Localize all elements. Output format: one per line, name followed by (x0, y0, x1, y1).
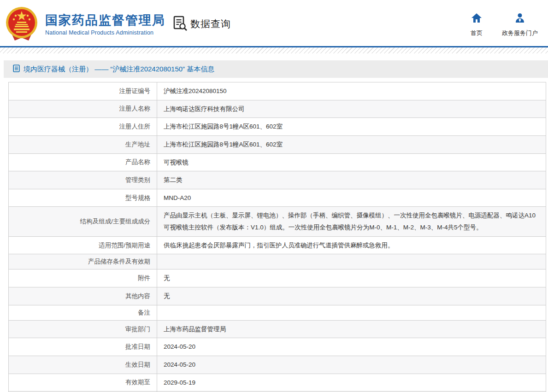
table-row: 产品名称可视喉镜 (9, 153, 546, 171)
table-row: 注册人名称上海鸣诺达医疗科技有限公司 (9, 100, 546, 118)
row-label: 备注 (9, 305, 157, 320)
row-label: 生产地址 (9, 135, 157, 153)
table-row: 型号规格MND-A20 (9, 189, 546, 207)
row-value: 2024-05-20 (157, 338, 546, 356)
registration-info-table: 注册证编号沪械注准20242080150注册人名称上海鸣诺达医疗科技有限公司注册… (8, 82, 546, 392)
row-value: 上海市松江区施园路8号1幢A区601、602室 (157, 118, 546, 136)
title-bar: 境内医疗器械（注册） —— “沪械注准20242080150” 基本信息 (4, 60, 548, 78)
row-label: 其他内容 (9, 287, 157, 305)
row-label: 批准日期 (9, 338, 157, 356)
row-label: 生效日期 (9, 356, 157, 374)
table-row: 备注 (9, 305, 546, 320)
top-nav: 首页 政务服务门户 (471, 13, 538, 37)
table-row: 生效日期2024-05-20 (9, 356, 546, 374)
row-value: 供临床挑起患者会厌部暴露声门，指引医护人员准确进行气道插管供麻醉或急救用。 (157, 236, 546, 254)
nav-gov-portal-label: 政务服务门户 (502, 29, 538, 37)
row-value: 上海市药品监督管理局 (157, 320, 546, 338)
table-row: 生产地址上海市松江区施园路8号1幢A区601、602室 (9, 135, 546, 153)
user-icon (514, 13, 525, 25)
row-label: 注册人住所 (9, 118, 157, 136)
org-name-cn: 国家药品监督管理局 (45, 13, 165, 29)
row-label: 有效期至 (9, 374, 157, 392)
row-value: 2024-05-20 (157, 356, 546, 374)
table-row: 有效期至2029-05-19 (9, 374, 546, 392)
row-value: 可视喉镜 (157, 153, 546, 171)
row-label: 结构及组成/主要组成成分 (9, 207, 157, 236)
document-search-icon (173, 15, 188, 33)
row-label: 适用范围/预期用途 (9, 236, 157, 254)
org-name-en: National Medical Products Administration (45, 29, 165, 36)
data-query-section[interactable]: 数据查询 (173, 15, 231, 33)
row-label: 注册证编号 (9, 82, 157, 100)
table-row: 审批部门上海市药品监督管理局 (9, 320, 546, 338)
row-value: 无 (157, 287, 546, 305)
table-row: 产品储存条件及有效期 (9, 254, 546, 269)
row-label: 管理类别 (9, 171, 157, 189)
row-value: 无 (157, 269, 546, 287)
nav-home[interactable]: 首页 (471, 13, 483, 37)
row-label: 注册人名称 (9, 100, 157, 118)
home-icon (471, 13, 482, 25)
national-emblem-icon (5, 6, 39, 43)
row-label: 产品名称 (9, 153, 157, 171)
row-value: 上海市松江区施园路8号1幢A区601、602室 (157, 135, 546, 153)
data-query-label: 数据查询 (190, 18, 231, 30)
page-title: 境内医疗器械（注册） —— “沪械注准20242080150” 基本信息 (24, 65, 214, 74)
table-row: 其他内容无 (9, 287, 546, 305)
table-row: 适用范围/预期用途供临床挑起患者会厌部暴露声门，指引医护人员准确进行气道插管供麻… (9, 236, 546, 254)
table-row: 注册人住所上海市松江区施园路8号1幢A区601、602室 (9, 118, 546, 136)
row-value: 上海鸣诺达医疗科技有限公司 (157, 100, 546, 118)
brand[interactable]: 国家药品监督管理局 National Medical Products Admi… (5, 6, 165, 43)
nav-home-label: 首页 (471, 29, 483, 37)
row-value: 第二类 (157, 171, 546, 189)
row-value: 产品由显示主机（主板、显示屏、锂电池）、操作部（手柄、编织管、摄像模组）、一次性… (157, 207, 546, 236)
table-row: 批准日期2024-05-20 (9, 338, 546, 356)
row-value: 2029-05-19 (157, 374, 546, 392)
hatch-band (0, 47, 548, 53)
site-header: 国家药品监督管理局 National Medical Products Admi… (0, 0, 548, 46)
nav-gov-portal[interactable]: 政务服务门户 (502, 13, 538, 37)
row-label: 审批部门 (9, 320, 157, 338)
table-row: 注册证编号沪械注准20242080150 (9, 82, 546, 100)
row-label: 附件 (9, 269, 157, 287)
row-value: MND-A20 (157, 189, 546, 207)
row-value: 沪械注准20242080150 (157, 82, 546, 100)
row-label: 型号规格 (9, 189, 157, 207)
table-row: 管理类别第二类 (9, 171, 546, 189)
info-table-body: 注册证编号沪械注准20242080150注册人名称上海鸣诺达医疗科技有限公司注册… (9, 82, 546, 392)
row-value (157, 254, 546, 269)
document-icon (13, 64, 20, 74)
table-row: 附件无 (9, 269, 546, 287)
row-label: 产品储存条件及有效期 (9, 254, 157, 269)
table-row: 结构及组成/主要组成成分产品由显示主机（主板、显示屏、锂电池）、操作部（手柄、编… (9, 207, 546, 236)
row-value (157, 305, 546, 320)
